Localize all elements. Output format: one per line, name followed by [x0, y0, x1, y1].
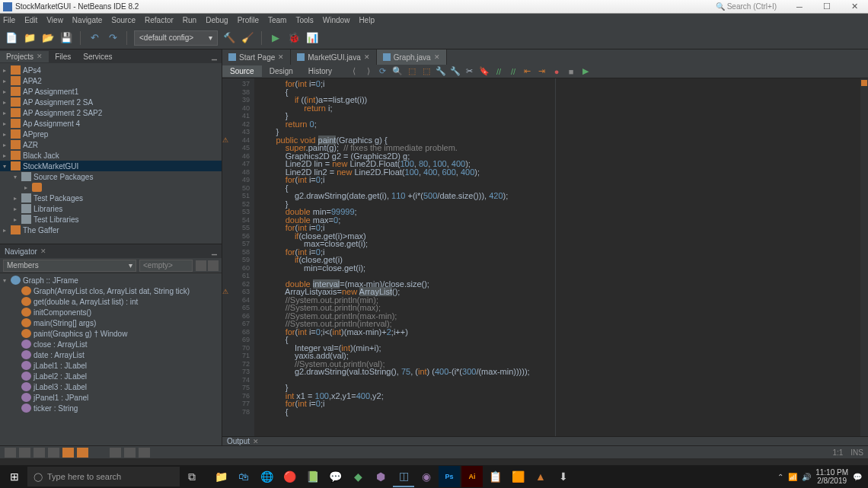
- uncomment-icon[interactable]: //: [508, 66, 519, 77]
- panel-tab-files[interactable]: Files: [49, 51, 77, 62]
- output-panel-header[interactable]: Output✕: [222, 436, 868, 445]
- comment-icon[interactable]: //: [493, 66, 504, 77]
- sb-icon[interactable]: [62, 448, 74, 458]
- notifications-icon[interactable]: 💬: [853, 473, 862, 481]
- file-tab[interactable]: MarketGUI.java✕: [291, 49, 376, 65]
- mark-bar[interactable]: [860, 78, 868, 436]
- windows-search[interactable]: ◯ Type here to search: [27, 467, 180, 486]
- chrome-icon[interactable]: 🔴: [279, 466, 300, 487]
- tree-item[interactable]: ▸: [0, 182, 222, 193]
- navigator-item[interactable]: close : ArrayList: [0, 339, 222, 349]
- panel-tab-projects[interactable]: Projects ✕: [0, 51, 49, 62]
- refresh-icon[interactable]: ⟳: [378, 66, 388, 77]
- tree-item[interactable]: ▸APs4: [0, 65, 222, 75]
- system-tray[interactable]: ⌃ 📶 🔊 11:10 PM 2/8/2019 💬: [777, 468, 865, 485]
- sb-icon[interactable]: [19, 448, 30, 458]
- warning-mark[interactable]: [861, 80, 867, 86]
- navigator-item[interactable]: initComponents(): [0, 307, 222, 317]
- network-icon[interactable]: 📶: [788, 473, 797, 481]
- netbeans-icon[interactable]: ◫: [393, 466, 414, 487]
- cut-icon[interactable]: ✂: [464, 66, 475, 77]
- projects-tree[interactable]: ▸APs4▸APA2▸AP Assignment1▸AP Assignment …: [0, 63, 222, 244]
- navigator-item[interactable]: paint(Graphics g) † Window: [0, 328, 222, 339]
- shift-left-icon[interactable]: ⇤: [522, 66, 533, 77]
- shift-right-icon[interactable]: ⇥: [537, 66, 547, 77]
- navigator-item[interactable]: main(String[] args): [0, 317, 222, 328]
- menu-file[interactable]: File: [3, 16, 15, 24]
- menu-profile[interactable]: Profile: [238, 16, 259, 24]
- clean-build-icon[interactable]: 🧹: [241, 31, 254, 45]
- explorer-icon[interactable]: 📁: [210, 466, 231, 487]
- menu-tools[interactable]: Tools: [295, 16, 313, 24]
- navigator-tree[interactable]: ▾Graph :: JFrameGraph(ArrayList clos, Ar…: [0, 273, 222, 445]
- vs-icon[interactable]: ⬢: [370, 466, 391, 487]
- app-icon[interactable]: 📗: [302, 466, 323, 487]
- tree-item[interactable]: ▸The Gaffer: [0, 225, 222, 235]
- view-tab-history[interactable]: History: [301, 65, 340, 77]
- tree-item[interactable]: ▸AZR: [0, 139, 222, 150]
- maximize-button[interactable]: ☐: [816, 1, 838, 13]
- config-select[interactable]: <default config>▾: [134, 30, 218, 46]
- tree-item[interactable]: ▸AP Assignment1: [0, 86, 222, 97]
- undo-icon[interactable]: ↶: [88, 31, 101, 45]
- task-view-icon[interactable]: ⧉: [181, 466, 203, 487]
- stop-icon[interactable]: ■: [566, 66, 576, 77]
- tree-item[interactable]: ▸Libraries: [0, 203, 222, 214]
- save-all-icon[interactable]: 💾: [59, 31, 73, 45]
- global-search[interactable]: 🔍 Search (Ctrl+I): [716, 2, 777, 11]
- menu-edit[interactable]: Edit: [24, 16, 37, 24]
- navigator-item[interactable]: Graph(ArrayList clos, ArrayList dat, Str…: [0, 285, 222, 296]
- file-tab[interactable]: Graph.java✕: [377, 49, 447, 65]
- file-tab[interactable]: Start Page✕: [222, 49, 291, 65]
- tree-item[interactable]: ▸Black Jack: [0, 150, 222, 161]
- sb-icon[interactable]: [34, 448, 45, 458]
- tree-item[interactable]: ▸Ap Assignment 4: [0, 118, 222, 129]
- wrench-icon[interactable]: 🔧: [450, 66, 461, 77]
- navigator-item[interactable]: jPanel1 : JPanel: [0, 392, 222, 403]
- menu-window[interactable]: Window: [323, 16, 350, 24]
- app-icon[interactable]: 💬: [324, 466, 346, 487]
- view-tab-design[interactable]: Design: [262, 65, 301, 77]
- minimize-button[interactable]: ─: [789, 1, 810, 13]
- minimize-panel-icon[interactable]: ▁: [207, 53, 222, 60]
- sb-icon[interactable]: [48, 448, 59, 458]
- bookmark-icon[interactable]: 🔖: [479, 66, 490, 77]
- nav-icon[interactable]: ⬚: [421, 66, 432, 77]
- prev-icon[interactable]: ⟨: [349, 66, 359, 77]
- menu-run[interactable]: Run: [183, 16, 196, 24]
- navigator-item[interactable]: ▾Graph :: JFrame: [0, 275, 222, 285]
- sb-icon[interactable]: [110, 448, 121, 458]
- app-icon[interactable]: 📋: [484, 466, 506, 487]
- profile-icon[interactable]: 📊: [305, 31, 319, 45]
- record-icon[interactable]: ●: [551, 66, 562, 77]
- vlc-icon[interactable]: ▲: [530, 466, 551, 487]
- filter-input[interactable]: <empty>: [139, 260, 193, 272]
- tree-item[interactable]: ▸AP Assignment 2 SA: [0, 97, 222, 107]
- menu-help[interactable]: Help: [359, 16, 375, 24]
- tree-item[interactable]: ▸Test Packages: [0, 193, 222, 203]
- menu-team[interactable]: Team: [268, 16, 286, 24]
- edge-icon[interactable]: 🌐: [256, 466, 277, 487]
- navigator-item[interactable]: jLabel2 : JLabel: [0, 371, 222, 381]
- members-select[interactable]: Members ▾: [3, 260, 136, 272]
- filter-icon[interactable]: [208, 260, 219, 271]
- store-icon[interactable]: 🛍: [233, 466, 254, 487]
- menu-refactor[interactable]: Refactor: [145, 16, 174, 24]
- photoshop-icon[interactable]: Ps: [439, 466, 460, 487]
- filter-icon[interactable]: [196, 260, 206, 271]
- app-icon[interactable]: ⬇: [553, 466, 574, 487]
- play-macro-icon[interactable]: ▶: [580, 66, 591, 77]
- navigator-item[interactable]: jLabel3 : JLabel: [0, 381, 222, 392]
- code-editor[interactable]: ⚠⚠ 3738394041424344454647484950515253545…: [222, 78, 868, 436]
- open-project-icon[interactable]: 📂: [41, 31, 55, 45]
- view-tab-source[interactable]: Source: [222, 65, 262, 77]
- build-icon[interactable]: 🔨: [222, 31, 236, 45]
- sb-icon[interactable]: [139, 448, 150, 458]
- tree-item[interactable]: ▾Source Packages: [0, 171, 222, 182]
- sb-icon[interactable]: [124, 448, 136, 458]
- volume-icon[interactable]: 🔊: [802, 473, 811, 481]
- new-project-icon[interactable]: 📁: [23, 31, 37, 45]
- menu-source[interactable]: Source: [111, 16, 136, 24]
- navigator-item[interactable]: jLabel1 : JLabel: [0, 360, 222, 371]
- menu-debug[interactable]: Debug: [206, 16, 228, 24]
